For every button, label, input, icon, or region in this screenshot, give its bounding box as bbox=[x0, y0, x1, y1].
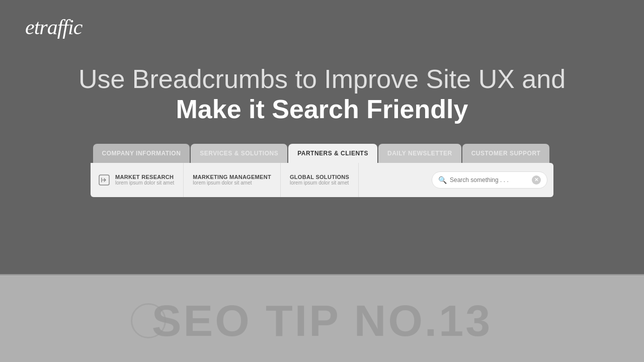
logo-area: etraffic bbox=[0, 0, 107, 54]
logo-text: etraffic bbox=[25, 16, 82, 39]
search-bar: 🔍 ✕ bbox=[432, 171, 547, 189]
search-clear-button[interactable]: ✕ bbox=[532, 175, 541, 185]
content-item-market-research[interactable]: MARKET RESEARCH lorem ipsum dolor sit am… bbox=[93, 163, 184, 197]
hero-text: Use Breadcrumbs to Improve Site UX and M… bbox=[0, 64, 644, 125]
logo: etraffic bbox=[25, 15, 82, 39]
hero-line2: Make it Search Friendly bbox=[0, 95, 644, 125]
tab-daily-newsletter[interactable]: DAILY NEWSLETTER bbox=[378, 144, 461, 163]
search-input[interactable] bbox=[450, 176, 520, 184]
tab-customer-support[interactable]: CUSTOMER SUPPORT bbox=[462, 144, 550, 163]
content-item-marketing-management[interactable]: MARKETING MANAGEMENT lorem ipsum dolor s… bbox=[184, 163, 281, 197]
tab-services-solutions[interactable]: SERVICES & SOLUTIONS bbox=[191, 144, 287, 163]
global-solutions-text: GLOBAL SOLUTIONS lorem ipsum dolor sit a… bbox=[290, 174, 349, 186]
hero-line1: Use Breadcrumbs to Improve Site UX and bbox=[0, 64, 644, 95]
breadcrumb-tabs: COMPANY INFORMATION SERVICES & SOLUTIONS… bbox=[93, 144, 551, 163]
seo-tip-text: SEO TIP NO.13 bbox=[152, 295, 492, 346]
content-item-global-solutions[interactable]: GLOBAL SOLUTIONS lorem ipsum dolor sit a… bbox=[281, 163, 359, 197]
search-icon: 🔍 bbox=[438, 176, 447, 184]
market-research-icon bbox=[98, 174, 110, 186]
bottom-section: SEO TIP NO.13 bbox=[0, 277, 644, 362]
market-research-text: MARKET RESEARCH lorem ipsum dolor sit am… bbox=[115, 174, 174, 186]
top-section: etraffic Use Breadcrumbs to Improve Site… bbox=[0, 0, 644, 274]
tab-partners-clients[interactable]: PARTNERS & CLIENTS bbox=[288, 144, 377, 163]
marketing-management-text: MARKETING MANAGEMENT lorem ipsum dolor s… bbox=[193, 174, 271, 186]
tab-company-information[interactable]: COMPANY INFORMATION bbox=[93, 144, 190, 163]
